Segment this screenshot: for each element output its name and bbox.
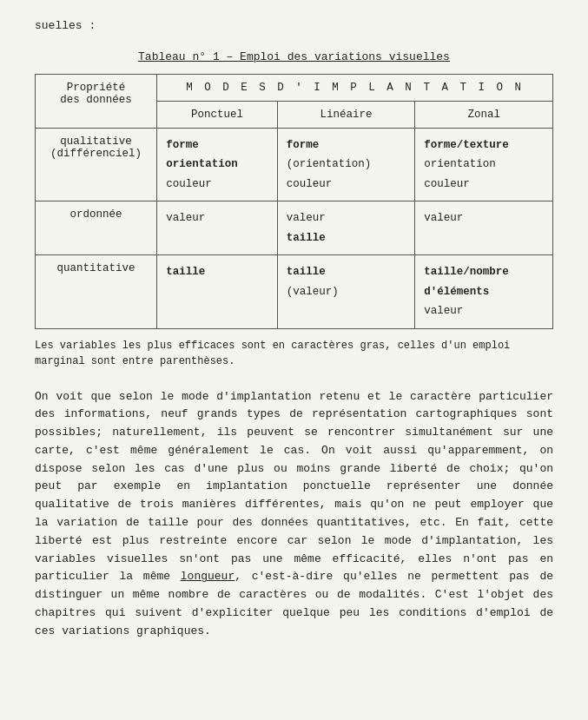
underlined-word: longueur (181, 570, 235, 583)
property-header: Propriété des données (36, 74, 157, 128)
main-paragraph: On voit que selon le mode d'implantation… (35, 388, 553, 641)
col-header-zonal: Zonal (415, 101, 553, 128)
property-cell: ordonnée (36, 201, 157, 255)
table-note: Les variables les plus efficaces sont en… (35, 338, 553, 369)
table-row: ordonnéevaleurvaleurtaillevaleur (36, 201, 553, 255)
cell-ponctuel: taille (157, 255, 278, 329)
cell-zonal: forme/textureorientationcouleur (415, 128, 553, 201)
table-row: qualitative(différenciel)formeorientatio… (36, 128, 553, 201)
table-row: quantitativetailletaille(valeur)taille/n… (36, 255, 553, 329)
col-header-lineaire: Linéaire (277, 101, 415, 128)
col-header-ponctuel: Ponctuel (157, 101, 278, 128)
cell-zonal: valeur (415, 201, 553, 255)
cell-lineaire: forme(orientation)couleur (277, 128, 415, 201)
cell-lineaire: valeurtaille (277, 201, 415, 255)
data-table: Propriété des données M O D E S D ' I M … (35, 74, 553, 329)
cell-lineaire: taille(valeur) (277, 255, 415, 329)
table-title: Tableau n° 1 – Emploi des variations vis… (35, 50, 553, 63)
cell-ponctuel: valeur (157, 201, 278, 255)
cell-zonal: taille/nombred'élémentsvaleur (415, 255, 553, 329)
cell-ponctuel: formeorientationcouleur (157, 128, 278, 201)
modes-header: M O D E S D ' I M P L A N T A T I O N (157, 74, 553, 101)
property-cell: qualitative(différenciel) (36, 128, 157, 201)
intro-text: suelles : (35, 17, 553, 35)
property-cell: quantitative (36, 255, 157, 329)
